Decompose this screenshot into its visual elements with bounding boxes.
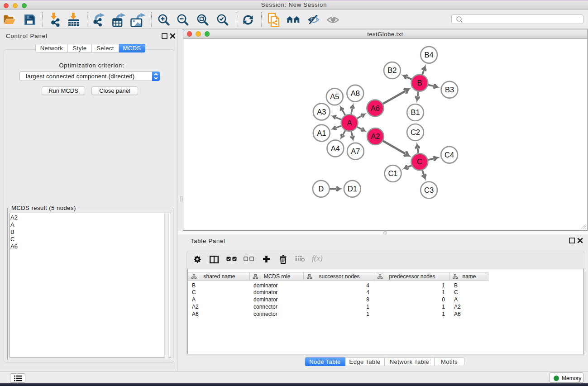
svg-text:C3: C3 — [424, 186, 434, 194]
svg-text:C1: C1 — [388, 169, 397, 177]
svg-text:A1: A1 — [317, 129, 326, 137]
svg-text:B3: B3 — [445, 86, 454, 94]
svg-text:A6: A6 — [371, 104, 380, 112]
svg-text:C2: C2 — [411, 128, 420, 136]
svg-text:A4: A4 — [331, 144, 340, 152]
svg-text:B2: B2 — [387, 66, 397, 74]
svg-text:C4: C4 — [445, 151, 454, 159]
svg-text:A5: A5 — [330, 92, 339, 100]
svg-text:A: A — [347, 119, 352, 127]
svg-text:B1: B1 — [411, 108, 420, 116]
svg-text:A3: A3 — [317, 108, 326, 116]
svg-text:D: D — [318, 185, 324, 193]
svg-text:A8: A8 — [351, 89, 360, 97]
svg-text:D1: D1 — [348, 185, 357, 193]
svg-text:B4: B4 — [425, 51, 434, 59]
svg-text:A2: A2 — [371, 132, 380, 140]
svg-text:C: C — [417, 157, 422, 166]
svg-text:B: B — [417, 79, 422, 87]
svg-text:A7: A7 — [351, 147, 360, 155]
